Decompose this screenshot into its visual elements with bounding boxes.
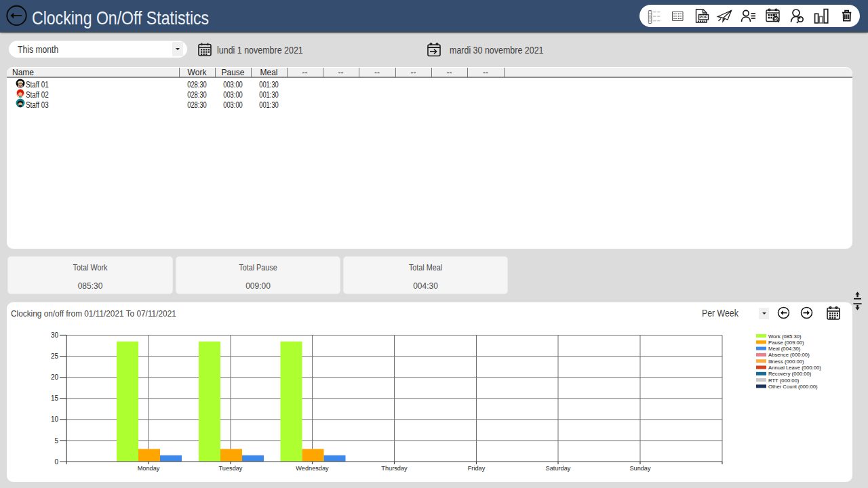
- svg-text:20: 20: [51, 373, 59, 381]
- svg-text:Monday: Monday: [138, 465, 160, 472]
- svg-text:Other Count (000:00): Other Count (000:00): [768, 384, 818, 390]
- svg-text:Work (085:30): Work (085:30): [768, 333, 802, 340]
- svg-text:Absence (000:00): Absence (000:00): [768, 352, 810, 358]
- svg-text:RTT (000:00): RTT (000:00): [768, 378, 800, 384]
- svg-text:0: 0: [54, 458, 58, 466]
- svg-text:Friday: Friday: [468, 465, 486, 472]
- svg-text:Tuesday: Tuesday: [219, 465, 243, 472]
- svg-text:Saturday: Saturday: [546, 465, 571, 472]
- svg-text:Thursday: Thursday: [381, 465, 408, 472]
- svg-text:30: 30: [51, 331, 59, 339]
- svg-text:Wednesday: Wednesday: [296, 465, 329, 472]
- svg-text:25: 25: [51, 352, 59, 360]
- svg-text:Illness (000:00): Illness (000:00): [768, 359, 804, 365]
- svg-text:15: 15: [51, 394, 59, 402]
- svg-text:Sunday: Sunday: [629, 465, 651, 472]
- svg-text:PDF: PDF: [700, 15, 708, 19]
- svg-text:Recovery (000:00): Recovery (000:00): [768, 371, 812, 377]
- svg-text:Meal (004:30): Meal (004:30): [768, 346, 801, 352]
- svg-text:5: 5: [54, 437, 58, 445]
- svg-text:10: 10: [51, 415, 59, 423]
- svg-text:Annual Leave (000:00): Annual Leave (000:00): [768, 365, 821, 371]
- svg-text:Pause (009:00): Pause (009:00): [768, 340, 804, 346]
